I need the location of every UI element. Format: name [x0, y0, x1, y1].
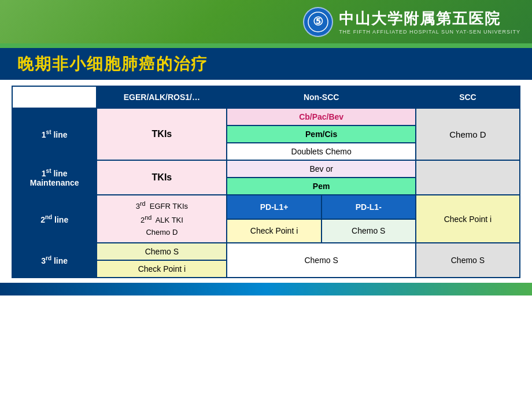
hospital-text: 中山大学附属第五医院 THE FIFTH AFFILIATED HOSPITAL…	[339, 9, 520, 35]
table-row-3rd-line-top: 3rd line Chemo S Chemo S Chemo S	[12, 243, 520, 260]
header-empty	[12, 86, 97, 108]
logo-icon: ⑤	[303, 7, 333, 37]
table-row-1st-line-top: 1st line TKIs Cb/Pac/Bev Chemo D	[12, 108, 520, 125]
cell-bev-or: Bev or	[227, 160, 415, 178]
cell-3rd-chemo-s: Chemo S	[97, 243, 227, 260]
cell-2nd-line-eger: 3rd EGFR TKIs 2nd ALK TKI Chemo D	[97, 195, 227, 243]
cell-pd-l1-pos: PD-L1+	[227, 195, 321, 219]
header: ⑤ 中山大学附属第五医院 THE FIFTH AFFILIATED HOSPIT…	[0, 0, 532, 43]
cell-3rd-scc: Chemo S	[416, 243, 520, 278]
cell-pem: Pem	[227, 178, 415, 195]
hospital-name-zh: 中山大学附属第五医院	[339, 9, 520, 29]
svg-text:⑤: ⑤	[313, 15, 323, 28]
cell-cb-pac-bev: Cb/Pac/Bev	[227, 108, 415, 125]
cell-pd-l1-neg: PD-L1-	[322, 195, 416, 219]
green-divider-bar	[0, 43, 532, 48]
cell-1st-line-eger: TKIs	[97, 108, 227, 160]
logo-area: ⑤ 中山大学附属第五医院 THE FIFTH AFFILIATED HOSPIT…	[303, 7, 520, 37]
row-header-3rd-line: 3rd line	[12, 243, 97, 278]
header-scc: SCC	[416, 86, 520, 108]
cell-maintenance-eger: TKIs	[97, 160, 227, 195]
cell-checkpoint-i-2nd: Check Point i	[227, 219, 321, 243]
title-bar: 晚期非小细胞肺癌的治疗	[0, 48, 532, 80]
cell-maintenance-scc	[416, 160, 520, 195]
row-header-2nd-line: 2nd line	[12, 195, 97, 243]
table-header-row: EGER/ALK/ROS1/… Non-SCC SCC	[12, 86, 520, 108]
bottom-bar	[0, 283, 532, 295]
row-header-1st-line: 1st line	[12, 108, 97, 160]
page-title: 晚期非小细胞肺癌的治疗	[17, 53, 208, 75]
cell-3rd-checkpoint: Check Point i	[97, 260, 227, 278]
cell-1st-line-scc: Chemo D	[416, 108, 520, 160]
header-nonscc: Non-SCC	[227, 86, 415, 108]
cell-chemo-s-2nd: Chemo S	[322, 219, 416, 243]
hospital-name-en: THE FIFTH AFFILIATED HOSPITAL SUN YAT-SE…	[339, 29, 520, 35]
table-row-2nd-line-top: 2nd line 3rd EGFR TKIs 2nd ALK TKI Chemo…	[12, 195, 520, 219]
row-header-maintenance: 1st lineMaintenance	[12, 160, 97, 195]
cell-2nd-line-scc: Check Point i	[416, 195, 520, 243]
treatment-table: EGER/ALK/ROS1/… Non-SCC SCC 1st line TKI…	[12, 86, 520, 278]
cell-3rd-nonscc: Chemo S	[227, 243, 415, 278]
cell-pem-cis: Pem/Cis	[227, 125, 415, 143]
main-table-container: EGER/ALK/ROS1/… Non-SCC SCC 1st line TKI…	[0, 80, 532, 283]
cell-doublets-chemo: Doublets Chemo	[227, 143, 415, 160]
table-row-maintenance-top: 1st lineMaintenance TKIs Bev or	[12, 160, 520, 178]
header-eger: EGER/ALK/ROS1/…	[97, 86, 227, 108]
